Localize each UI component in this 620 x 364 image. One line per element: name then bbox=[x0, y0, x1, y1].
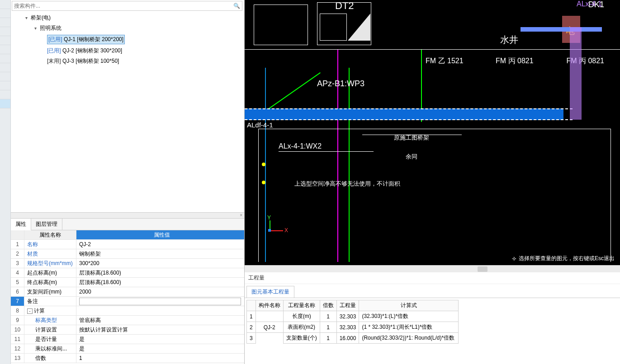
property-row[interactable]: 4起点标高(m)层顶标高(18.600) bbox=[11, 268, 244, 278]
tree-node-system[interactable]: ▾照明系统 bbox=[11, 23, 244, 33]
panel-resize-handle[interactable]: × bbox=[11, 212, 244, 219]
tab-layers[interactable]: 图层管理 bbox=[31, 219, 62, 230]
tab-basic-quantity[interactable]: 图元基本工程量 bbox=[246, 286, 294, 298]
tree-node-root[interactable]: ▾桥架(电) bbox=[11, 13, 244, 23]
cad-label: 原施工图桥架 bbox=[394, 134, 429, 142]
tree-item[interactable]: [已用] QJ-2 [钢制桥架 300*200] bbox=[11, 46, 244, 56]
property-row[interactable]: 5终点标高(m)层顶标高(18.600) bbox=[11, 278, 244, 287]
property-row[interactable]: 10计算设置按默认计算设置计算 bbox=[11, 325, 244, 335]
component-tree: ▾桥架(电) ▾照明系统 [已用] QJ-1 [钢制桥架 200*200] [已… bbox=[11, 12, 244, 212]
property-row[interactable]: 1名称QJ-2 bbox=[11, 240, 244, 249]
property-row[interactable]: 6支架间距(mm)2000 bbox=[11, 287, 244, 297]
search-input[interactable] bbox=[14, 3, 233, 9]
cad-label: 水井 bbox=[500, 34, 518, 46]
cad-label: FM 丙 0821 bbox=[496, 56, 534, 66]
property-value-input[interactable] bbox=[79, 298, 241, 305]
tree-item[interactable]: [末用] QJ-3 [钢制桥架 100*50] bbox=[11, 56, 244, 66]
cad-label: 上选型空间净高不够无法使用，不计面积 bbox=[294, 180, 400, 188]
axis-y-label: Y bbox=[267, 215, 271, 221]
cad-label: FM 乙 1521 bbox=[426, 56, 464, 66]
property-row[interactable]: 11是否计量是 bbox=[11, 335, 244, 344]
property-row[interactable]: 7备注 bbox=[11, 297, 244, 306]
search-icon[interactable]: 🔍 bbox=[233, 3, 240, 9]
left-narrow-bar[interactable] bbox=[0, 0, 11, 364]
property-row[interactable]: 12乘以标准间...是 bbox=[11, 344, 244, 354]
table-row[interactable]: 3支架数量(个)116.000(Round(32.303/2))*1: Roun… bbox=[247, 333, 459, 344]
search-bar: 🔍 bbox=[12, 1, 242, 11]
cad-canvas[interactable]: DT2 ALx-4-1 水井 电 FM 乙 1521 FM 丙 0821 FM … bbox=[245, 0, 620, 265]
cad-label: 余同 bbox=[406, 153, 417, 161]
result-title: 工程量 bbox=[245, 272, 620, 284]
cad-label: APz-B1:WP3 bbox=[317, 79, 364, 89]
crosshair-icon: ✧ bbox=[511, 255, 517, 262]
canvas-hint: ✧ 选择所要查量的图元，按右键或Esc退出 bbox=[511, 255, 615, 262]
quantity-table: 构件名称 工程量名称 倍数 工程量 计算式 1长度(m)132.303(32.3… bbox=[245, 298, 620, 364]
col-header-name: 属性名称 bbox=[24, 230, 76, 239]
tree-item[interactable]: [已用] QJ-1 [钢制桥架 200*200] bbox=[11, 33, 244, 46]
property-row[interactable]: 8-计算 bbox=[11, 306, 244, 316]
axis-x-label: X bbox=[284, 227, 288, 233]
property-row[interactable]: 13倍数1 bbox=[11, 354, 244, 363]
tab-properties[interactable]: 属性 bbox=[11, 219, 31, 230]
property-row[interactable]: 2材质钢制桥架 bbox=[11, 249, 244, 259]
cad-label: ALdf-4-1 bbox=[247, 121, 273, 129]
property-grid: 属性名称 属性值 1名称QJ-22材质钢制桥架3规格型号(mm*mm)300*2… bbox=[11, 230, 244, 364]
property-row[interactable]: 3规格型号(mm*mm)300*200 bbox=[11, 259, 244, 268]
table-row[interactable]: 1长度(m)132.303(32.303)*1:(L)*倍数 bbox=[247, 311, 459, 322]
cad-label: DT2 bbox=[335, 0, 354, 12]
cad-label: ALx-4-1:WX2 bbox=[279, 142, 322, 150]
cad-label: DK1 bbox=[588, 0, 604, 9]
table-row[interactable]: 2QJ-2表面积(m2)132.303(1 * 32.303)*1:(周长*L1… bbox=[247, 322, 459, 333]
panel-close-icon[interactable]: × bbox=[240, 213, 242, 218]
canvas-horizontal-scrollbar[interactable] bbox=[245, 266, 620, 272]
col-header-value: 属性值 bbox=[76, 230, 244, 239]
property-row[interactable]: 9标高类型管底标高 bbox=[11, 316, 244, 325]
